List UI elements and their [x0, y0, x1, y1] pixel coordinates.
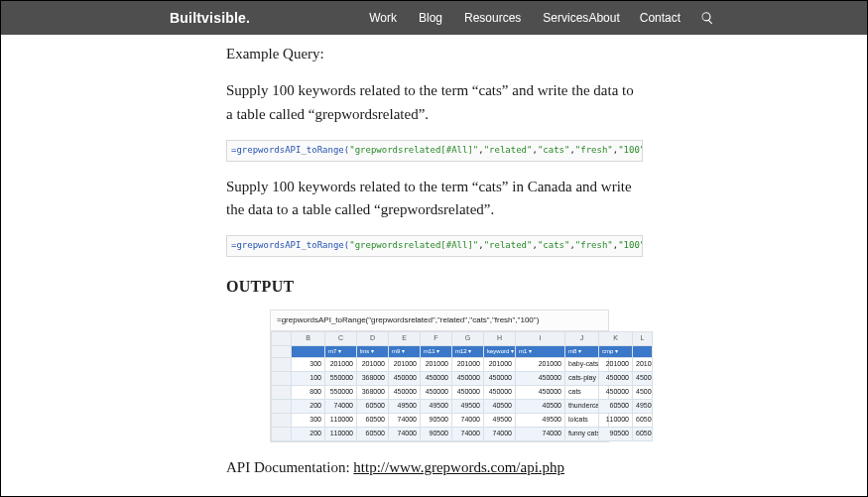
nav-resources[interactable]: Resources: [464, 11, 521, 25]
table-row: 8005500003680004500004500004500004500004…: [272, 386, 653, 400]
code2-arg4: "100": [618, 240, 643, 250]
paragraph-1: Supply 100 keywords related to the term …: [226, 79, 643, 126]
output-heading: OUTPUT: [226, 275, 643, 300]
column-header-row: BC DE FG HI JK L: [272, 332, 653, 346]
nav-work[interactable]: Work: [369, 11, 397, 25]
search-icon[interactable]: [700, 11, 714, 25]
api-doc-line: API Documentation: http://www.grepwords.…: [226, 456, 643, 479]
formula-bar: =grepwordsAPI_toRange("grepwordsrelated"…: [271, 311, 608, 331]
code2-fn: =grepwordsAPI_toRange(: [231, 240, 349, 250]
code1-arg1: "related": [484, 145, 533, 155]
code1-arg2: "cats": [538, 145, 570, 155]
main-nav: Work Blog Resources Services: [369, 11, 588, 25]
code1-arg0: "grepwordsrelated[#All]": [349, 145, 478, 155]
code1-arg4: "100": [618, 145, 643, 155]
right-nav: About Contact: [588, 11, 714, 25]
code2-arg3: "fresh": [575, 240, 613, 250]
code2-arg0: "grepwordsrelated[#All]": [349, 240, 478, 250]
header: Builtvisible. Work Blog Resources Servic…: [1, 1, 867, 35]
code1-arg3: "fresh": [575, 145, 613, 155]
table-row: 20074000605004950049500495004050040500th…: [272, 399, 653, 413]
table-row: 200110000605007400090500740007400074000f…: [272, 427, 653, 440]
filter-row: m7 ▾lms ▾m9 ▾m11 ▾m12 ▾keyword ▾m1 ▾m8 ▾…: [272, 346, 653, 358]
nav-about[interactable]: About: [588, 11, 619, 25]
code-block-2: =grepwordsAPI_toRange("grepwordsrelated[…: [226, 235, 643, 257]
api-doc-label: API Documentation:: [226, 459, 353, 475]
table-row: 300110000605007400090500740004950049500l…: [272, 413, 653, 427]
code2-arg2: "cats": [538, 240, 570, 250]
code2-arg1: "related": [484, 240, 533, 250]
code-block-1: =grepwordsAPI_toRange("grepwordsrelated[…: [226, 140, 643, 162]
spreadsheet-screenshot: =grepwordsAPI_toRange("grepwordsrelated"…: [270, 310, 609, 442]
code1-fn: =grepwordsAPI_toRange(: [231, 145, 349, 155]
table-row: 3002010002010002010002010002010002010002…: [272, 358, 653, 372]
example-query-label: Example Query:: [226, 43, 643, 65]
table-row: 1005500003680004500004500004500004500004…: [272, 372, 653, 386]
nav-contact[interactable]: Contact: [640, 11, 681, 25]
api-doc-link[interactable]: http://www.grepwords.com/api.php: [353, 459, 564, 475]
paragraph-2: Supply 100 keywords related to the term …: [226, 176, 643, 222]
spreadsheet-table: BC DE FG HI JK L m7 ▾lms ▾m9 ▾m11 ▾m12 ▾…: [271, 331, 653, 440]
brand-logo[interactable]: Builtvisible.: [170, 10, 250, 26]
article-body: Example Query: Supply 100 keywords relat…: [226, 35, 643, 497]
nav-blog[interactable]: Blog: [419, 11, 442, 25]
nav-services[interactable]: Services: [543, 11, 588, 25]
